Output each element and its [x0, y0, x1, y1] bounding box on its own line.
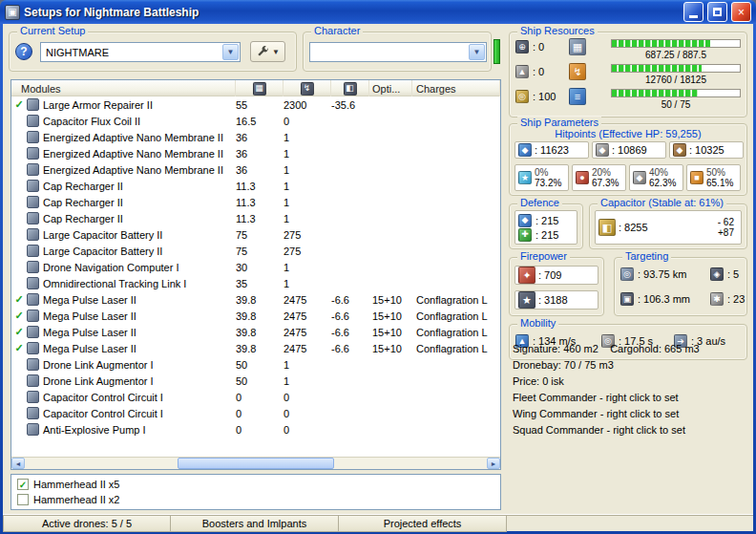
thermal-resist-icon: ●	[576, 171, 589, 184]
squad-commander-line[interactable]: Squad Commander - right click to set	[513, 424, 685, 436]
current-setup-value: NIGHTMARE	[41, 47, 221, 58]
drone-row[interactable]: ✓ Hammerhead II x5	[15, 477, 496, 492]
minimize-icon	[689, 15, 698, 18]
module-pg: 2475	[284, 327, 331, 338]
module-row[interactable]: ✓ Mega Pulse Laser II 39.8 2475 -6.6 15+…	[11, 340, 500, 356]
targeting-group: Targeting ◎: 93.75 km ◈: 5 ▣: 106.3 mm ✱…	[614, 257, 747, 316]
module-icon	[27, 293, 39, 306]
module-name: Anti-Explosive Pump I	[43, 424, 146, 436]
module-icon	[27, 115, 39, 127]
module-icon	[27, 212, 39, 224]
module-row[interactable]: Capacitor Flux Coil II 16.5 0	[11, 113, 500, 129]
module-row[interactable]: Drone Link Augmentor I 50 1	[11, 373, 500, 389]
hull-hp-value: : 10325	[689, 144, 724, 156]
scrollbar-thumb[interactable]	[178, 458, 335, 469]
module-row[interactable]: Large Capacitor Battery II 75 275	[11, 243, 500, 259]
scroll-right-icon[interactable]: ►	[487, 458, 500, 469]
horizontal-scrollbar[interactable]: ◄ ►	[11, 457, 500, 469]
module-row[interactable]: Large Capacitor Battery II 75 275	[11, 226, 500, 243]
firepower-title: Firepower	[517, 250, 570, 262]
drone-checkbox[interactable]	[17, 494, 29, 505]
module-cpu: 30	[236, 262, 284, 273]
module-pg: 2475	[284, 310, 331, 322]
minimize-button[interactable]	[683, 2, 704, 22]
module-row[interactable]: Drone Navigation Computer I 30 1	[11, 259, 500, 275]
module-name: Large Capacitor Battery II	[43, 229, 162, 241]
module-opti: 15+10	[369, 343, 412, 354]
drone-bandwidth-icon: ≡	[569, 88, 586, 105]
module-pg: 1	[284, 148, 331, 160]
module-cpu: 75	[236, 229, 284, 241]
module-row[interactable]: Capacitor Control Circuit I 0 0	[11, 405, 500, 421]
module-active-check[interactable]: ✓	[11, 293, 27, 306]
module-row[interactable]: Energized Adaptive Nano Membrane II 36 1	[11, 145, 500, 161]
module-row[interactable]: ✓ Large Armor Repairer II 55 2300 -35.6	[11, 96, 500, 113]
scrollbar-track[interactable]	[25, 458, 487, 469]
fleet-commander-line[interactable]: Fleet Commander - right click to set	[513, 392, 679, 403]
wing-commander-line[interactable]: Wing Commander - right click to set	[513, 408, 679, 419]
capacitor-column-icon[interactable]: ◧	[344, 82, 357, 96]
module-name: Mega Pulse Laser II	[43, 327, 136, 338]
module-active-check[interactable]: ✓	[11, 310, 27, 322]
chevron-down-icon[interactable]: ▼	[469, 44, 485, 60]
module-row[interactable]: Cap Recharger II 11.3 1	[11, 210, 500, 226]
module-row[interactable]: ✓ Mega Pulse Laser II 39.8 2475 -6.6 15+…	[11, 291, 500, 308]
module-active-check[interactable]: ✓	[11, 326, 27, 338]
module-name: Drone Link Augmentor I	[43, 375, 154, 387]
module-cpu: 36	[236, 164, 284, 176]
volley-value: : 3188	[538, 294, 568, 306]
module-icon	[27, 423, 39, 436]
modules-header[interactable]: Modules ▦ ↯ ◧ Opti... Charges	[11, 80, 500, 96]
defence-title: Defence	[517, 197, 562, 208]
tab-active-drones[interactable]: Active drones: 5 / 5	[3, 515, 171, 532]
drone-row[interactable]: Hammerhead II x2	[15, 492, 496, 507]
module-pg: 2300	[284, 99, 331, 111]
module-row[interactable]: ✓ Mega Pulse Laser II 39.8 2475 -6.6 15+…	[11, 324, 500, 340]
module-row[interactable]: Cap Recharger II 11.3 1	[11, 178, 500, 194]
module-cap: -35.6	[331, 99, 369, 111]
module-name: Large Capacitor Battery II	[43, 246, 162, 257]
defence-cell: ◆: 215 ✚: 215	[514, 210, 578, 245]
help-button[interactable]: ?	[15, 43, 32, 60]
close-button[interactable]: ×	[731, 2, 751, 22]
module-pg: 1	[284, 375, 331, 387]
charges-column-header[interactable]: Charges	[412, 80, 500, 96]
module-row[interactable]: Energized Adaptive Nano Membrane II 36 1	[11, 161, 500, 178]
module-name: Mega Pulse Laser II	[43, 343, 136, 354]
module-icon	[27, 261, 39, 273]
setup-tools-button[interactable]: ▼	[250, 41, 285, 62]
module-row[interactable]: Anti-Explosive Pump I 0 0	[11, 421, 500, 438]
module-opti: 15+10	[369, 310, 412, 322]
chevron-down-icon[interactable]: ▼	[222, 44, 239, 60]
module-row[interactable]: Cap Recharger II 11.3 1	[11, 194, 500, 210]
module-row[interactable]: Capacitor Control Circuit I 0 0	[11, 389, 500, 405]
modules-column-header[interactable]: Modules	[11, 80, 236, 96]
window-title: Setups for Nightmare Battleship	[24, 6, 680, 19]
current-setup-combo[interactable]: NIGHTMARE ▼	[40, 42, 241, 62]
module-row[interactable]: ✓ Mega Pulse Laser II 39.8 2475 -6.6 15+…	[11, 308, 500, 324]
module-row[interactable]: Drone Link Augmentor I 50 1	[11, 356, 500, 373]
character-combo[interactable]: ▼	[309, 42, 487, 62]
capacitor-group: Capacitor (Stable at: 61%) ◧ : 8255 - 62…	[589, 203, 747, 249]
module-icon	[27, 98, 39, 111]
module-active-check[interactable]: ✓	[11, 342, 27, 354]
module-pg: 1	[284, 197, 331, 208]
module-name: Capacitor Control Circuit I	[43, 408, 163, 419]
thermal-resist-cell: ●20%67.3%	[572, 164, 626, 191]
module-pg: 1	[284, 359, 331, 371]
volley-icon: ★	[518, 291, 536, 309]
calibration-icon: ◎	[515, 90, 529, 103]
powergrid-column-icon[interactable]: ↯	[301, 82, 314, 96]
optimal-column-header[interactable]: Opti...	[369, 80, 412, 96]
maximize-button[interactable]	[707, 2, 727, 22]
scroll-left-icon[interactable]: ◄	[11, 458, 25, 469]
tab-boosters-implants[interactable]: Boosters and Imlpants	[171, 515, 339, 532]
tab-projected-effects[interactable]: Projected effects	[339, 515, 507, 532]
module-row[interactable]: Omnidirectional Tracking Link I 35 1	[11, 275, 500, 291]
drone-checkbox[interactable]: ✓	[17, 479, 29, 490]
title-bar[interactable]: ▣ Setups for Nightmare Battleship ×	[0, 0, 756, 24]
module-row[interactable]: Energized Adaptive Nano Membrane II 36 1	[11, 129, 500, 145]
module-icon	[27, 131, 39, 143]
cpu-column-icon[interactable]: ▦	[253, 82, 266, 96]
module-active-check[interactable]: ✓	[11, 98, 27, 111]
